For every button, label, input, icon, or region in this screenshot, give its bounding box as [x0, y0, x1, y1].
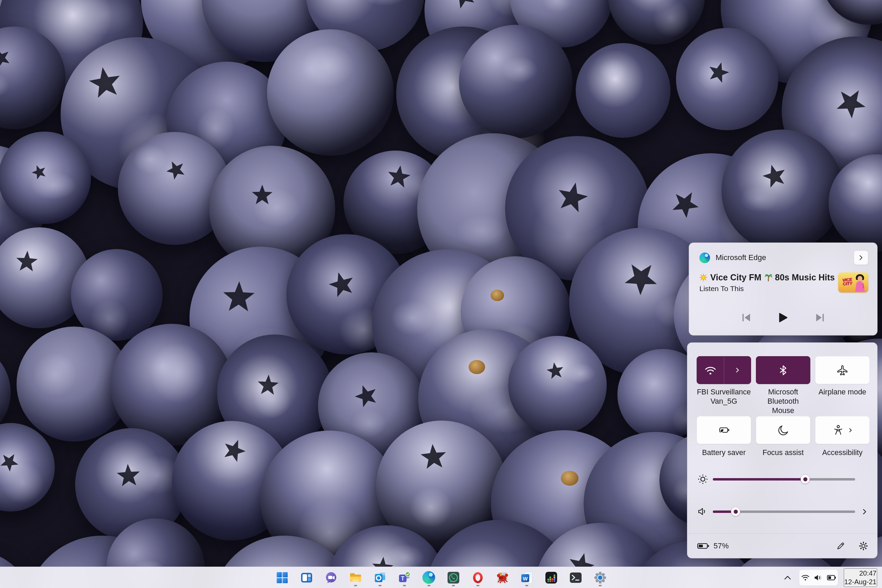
opera-button[interactable]	[467, 568, 489, 587]
chat-icon	[324, 571, 338, 584]
tray-battery-icon	[827, 575, 836, 580]
settings-button[interactable]	[589, 568, 611, 587]
edge-button[interactable]	[418, 568, 440, 587]
battery-status[interactable]: 57%	[697, 542, 834, 550]
battery-saver-tile[interactable]	[697, 416, 751, 444]
album-art-thumbnail: VICE CITY	[838, 273, 868, 292]
open-settings-button[interactable]	[856, 539, 870, 553]
running-indicator	[378, 585, 381, 586]
airplane-mode-tile[interactable]	[815, 356, 870, 384]
brightness-sun-icon	[697, 473, 713, 485]
running-indicator	[598, 585, 602, 586]
gear-icon	[859, 541, 868, 551]
previous-icon	[741, 313, 752, 322]
crab-64-app-button[interactable]: 64	[491, 568, 513, 587]
svg-text:64: 64	[499, 576, 502, 579]
tray-date: 12-Aug-21	[844, 578, 876, 586]
running-indicator	[427, 585, 430, 586]
task-view-icon	[300, 572, 313, 584]
blueberry	[576, 43, 671, 138]
chat-button[interactable]	[320, 568, 342, 587]
volume-slider-thumb[interactable]	[731, 507, 740, 516]
accessibility-icon	[832, 424, 844, 436]
previous-track-button[interactable]	[741, 312, 753, 324]
media-track-subtitle: Listen To This	[699, 285, 835, 293]
taskbar-tray: 20:47 12-Aug-21	[781, 567, 882, 588]
equalizer-app-button[interactable]	[540, 568, 562, 587]
chevron-up-icon	[784, 576, 791, 580]
battery-percent-label: 57%	[714, 542, 729, 550]
running-indicator	[525, 585, 528, 586]
system-tray-status-button[interactable]	[800, 570, 838, 586]
file-explorer-icon	[349, 571, 362, 584]
media-expand-button[interactable]	[854, 250, 868, 265]
quick-settings-footer: 57%	[687, 534, 877, 558]
settings-gear-icon	[594, 571, 607, 584]
chevron-right-icon	[862, 509, 867, 514]
media-control-flyout: Microsoft Edge Vice City FM	[689, 243, 878, 336]
battery-saver-label: Battery saver	[697, 448, 751, 462]
whatsapp-icon	[447, 571, 460, 584]
airplane-mode-label: Airplane mode	[815, 387, 870, 416]
moon-icon	[777, 424, 789, 436]
word-button[interactable]: W	[516, 568, 537, 587]
media-playback-controls	[689, 312, 877, 324]
accessibility-tile[interactable]	[815, 416, 870, 444]
terminal-button[interactable]	[565, 568, 586, 587]
edge-logo-icon	[699, 252, 710, 263]
task-view-button[interactable]	[296, 568, 317, 587]
wifi-expand[interactable]	[724, 357, 751, 384]
chevron-right-icon	[858, 255, 864, 260]
edit-quick-settings-button[interactable]	[834, 539, 848, 553]
word-icon: W	[520, 571, 533, 584]
wifi-tile[interactable]	[697, 356, 751, 384]
bluetooth-label: Microsoft Bluetooth Mouse	[756, 387, 810, 416]
running-indicator	[452, 585, 455, 586]
blueberry	[459, 25, 573, 138]
equalizer-icon	[545, 571, 558, 584]
taskbar-app-icons: T	[271, 567, 611, 588]
blueberry	[0, 423, 55, 512]
volume-output-expand-button[interactable]	[859, 509, 870, 514]
whatsapp-button[interactable]	[442, 568, 464, 587]
bluetooth-tile[interactable]	[756, 356, 810, 384]
wifi-label: FBI Surveillance Van_5G	[697, 387, 751, 416]
clock-button[interactable]: 20:47 12-Aug-21	[844, 568, 877, 587]
blueberry	[676, 28, 778, 130]
file-explorer-button[interactable]	[345, 568, 366, 587]
svg-text:T: T	[401, 576, 405, 582]
running-indicator	[354, 585, 357, 586]
airplane-icon	[836, 364, 849, 376]
tray-volume-icon	[814, 574, 823, 582]
brightness-slider[interactable]	[713, 478, 855, 480]
track-title-part2: 80s Music Hits	[775, 273, 835, 282]
tray-wifi-icon	[801, 574, 810, 582]
tray-time: 20:47	[844, 569, 876, 578]
focus-assist-tile[interactable]	[756, 416, 810, 444]
volume-slider[interactable]	[713, 510, 855, 513]
wifi-toggle[interactable]	[697, 357, 724, 384]
quick-settings-panel: FBI Surveillance Van_5G Microsoft Blueto…	[687, 342, 878, 558]
wifi-icon	[704, 365, 717, 375]
running-indicator	[403, 585, 406, 586]
show-hidden-icons-button[interactable]	[781, 571, 794, 585]
sun-emoji-icon	[699, 273, 708, 282]
media-flyout-header: Microsoft Edge	[689, 243, 877, 265]
outlook-button[interactable]	[369, 568, 391, 587]
play-icon	[778, 312, 788, 323]
terminal-icon	[569, 571, 582, 584]
crab-64-icon: 64	[496, 571, 509, 584]
brightness-slider-thumb[interactable]	[801, 475, 810, 484]
next-track-button[interactable]	[814, 312, 825, 324]
play-button[interactable]	[777, 312, 789, 324]
blueberry	[608, 0, 705, 44]
blueberry	[0, 132, 91, 224]
media-track-row: Vice City FM 80s Music Hits Listen To Th…	[689, 265, 877, 293]
blueberry	[722, 129, 843, 251]
chevron-right-icon	[735, 368, 740, 373]
bluetooth-icon	[777, 364, 789, 376]
running-indicator	[476, 585, 479, 586]
quick-settings-grid: FBI Surveillance Van_5G Microsoft Blueto…	[687, 343, 877, 462]
teams-button[interactable]: T	[393, 568, 415, 587]
start-button[interactable]	[271, 568, 293, 587]
